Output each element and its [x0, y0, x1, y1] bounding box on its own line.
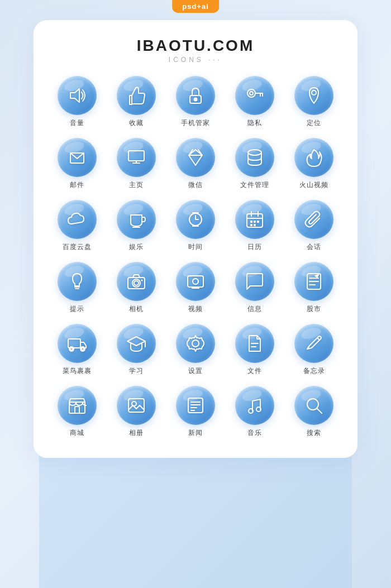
icon-label-phone: 手机管家	[181, 118, 210, 128]
icon-item-chat[interactable]: 会话	[287, 200, 341, 252]
icon-item-wechat[interactable]: 微信	[169, 138, 222, 190]
icon-label-file: 文件	[247, 366, 262, 376]
icon-item-collect[interactable]: 收藏	[109, 76, 163, 128]
svg-point-36	[141, 280, 143, 281]
icon-label-camera: 相机	[129, 304, 144, 314]
icon-item-note[interactable]: 备忘录	[287, 324, 341, 376]
svg-rect-44	[68, 339, 80, 348]
icon-item-album[interactable]: 相册	[109, 386, 163, 438]
icon-label-tip: 提示	[70, 304, 84, 314]
site-title: IBAOTU.COM	[50, 37, 341, 55]
icon-label-shop: 商城	[70, 428, 84, 438]
icon-circle-study	[117, 324, 156, 363]
icon-item-time[interactable]: 时间	[169, 200, 222, 252]
icon-circle-locate	[294, 76, 333, 115]
icon-item-filemanage[interactable]: 文件管理	[228, 138, 282, 190]
icon-item-home[interactable]: 主页	[109, 138, 163, 190]
icon-label-wechat: 微信	[188, 180, 203, 190]
icon-item-video[interactable]: 视频	[169, 262, 222, 314]
icon-circle-wechat	[176, 138, 215, 177]
site-subtitle: ICONS ···	[50, 56, 341, 64]
icon-item-tip[interactable]: 提示	[50, 262, 104, 314]
icon-item-file[interactable]: 文件	[228, 324, 282, 376]
icon-circle-time	[176, 200, 215, 239]
svg-rect-28	[257, 221, 259, 223]
icon-circle-video	[176, 262, 215, 301]
icon-label-study: 学习	[129, 366, 144, 376]
icon-item-calendar[interactable]: 日历	[228, 200, 282, 252]
svg-rect-27	[254, 221, 256, 223]
icon-label-volume: 音量	[70, 118, 84, 128]
icon-circle-shop	[58, 386, 97, 425]
svg-point-3	[247, 89, 255, 97]
file-type-badge: psd+ai	[172, 0, 219, 13]
icon-circle-mail	[58, 138, 97, 177]
svg-rect-37	[188, 276, 203, 287]
icon-item-locate[interactable]: 定位	[287, 76, 341, 128]
svg-point-38	[193, 279, 198, 284]
svg-line-67	[317, 408, 322, 413]
icon-item-study[interactable]: 学习	[109, 324, 163, 376]
icon-label-volcano: 火山视频	[299, 180, 328, 190]
icon-label-ent: 娱乐	[129, 242, 144, 252]
icon-circle-message	[235, 262, 274, 301]
icon-label-collect: 收藏	[129, 118, 144, 128]
svg-rect-56	[75, 407, 79, 413]
icon-item-ent[interactable]: 娱乐	[109, 200, 163, 252]
svg-point-51	[192, 340, 199, 347]
icon-circle-file	[235, 324, 274, 363]
icon-item-camera[interactable]: 相机	[109, 262, 163, 314]
icon-label-baiducloud: 百度云盘	[63, 242, 92, 252]
icon-circle-volume	[58, 76, 97, 115]
icon-circle-home	[117, 138, 156, 177]
icon-label-video: 视频	[188, 304, 203, 314]
icon-item-privacy[interactable]: 隐私	[228, 76, 282, 128]
icon-circle-search	[294, 386, 333, 425]
svg-point-47	[70, 348, 73, 350]
icon-item-search[interactable]: 搜索	[287, 386, 341, 438]
icon-item-delivery[interactable]: 菜鸟裹裹	[50, 324, 104, 376]
icon-label-news: 新闻	[188, 428, 203, 438]
icon-label-stock: 股市	[307, 304, 321, 314]
icon-label-locate: 定位	[307, 118, 321, 128]
svg-marker-0	[70, 89, 79, 102]
icon-label-filemanage: 文件管理	[240, 180, 269, 190]
icon-circle-news	[176, 386, 215, 425]
icon-item-message[interactable]: 信息	[228, 262, 282, 314]
icon-item-volume[interactable]: 音量	[50, 76, 104, 128]
svg-marker-49	[127, 337, 145, 346]
icon-circle-note	[294, 324, 333, 363]
svg-point-2	[194, 98, 197, 101]
icon-item-baiducloud[interactable]: 百度云盘	[50, 200, 104, 252]
icon-label-settings: 设置	[188, 366, 203, 376]
icon-label-chat: 会话	[307, 242, 321, 252]
svg-point-35	[134, 281, 139, 285]
icon-circle-album	[117, 386, 156, 425]
icon-label-mail: 邮件	[70, 180, 84, 190]
icon-item-settings[interactable]: 设置	[169, 324, 222, 376]
icon-label-privacy: 隐私	[247, 118, 262, 128]
icon-item-stock[interactable]: 股市	[287, 262, 341, 314]
icon-item-news[interactable]: 新闻	[169, 386, 222, 438]
icon-label-home: 主页	[129, 180, 144, 190]
icon-label-delivery: 菜鸟裹裹	[63, 366, 92, 376]
icon-label-music: 音乐	[247, 428, 262, 438]
icon-circle-ent	[117, 200, 156, 239]
svg-rect-10	[128, 151, 144, 161]
icon-item-volcano[interactable]: 火山视频	[287, 138, 341, 190]
icon-item-mail[interactable]: 邮件	[50, 138, 104, 190]
icon-item-music[interactable]: 音乐	[228, 386, 282, 438]
icon-item-phone[interactable]: 手机管家	[169, 76, 222, 128]
icon-circle-camera	[117, 262, 156, 301]
svg-point-4	[250, 92, 253, 95]
icon-circle-stock	[294, 262, 333, 301]
icon-label-calendar: 日历	[247, 242, 262, 252]
icon-label-message: 信息	[247, 304, 262, 314]
icon-item-shop[interactable]: 商城	[50, 386, 104, 438]
icon-circle-music	[235, 386, 274, 425]
icon-label-time: 时间	[188, 242, 203, 252]
main-card: IBAOTU.COM ICONS ··· 音量收藏手机管家隐私定位邮件主页微信文…	[34, 20, 357, 458]
svg-rect-30	[254, 224, 256, 226]
icon-circle-tip	[58, 262, 97, 301]
svg-point-8	[312, 90, 316, 95]
